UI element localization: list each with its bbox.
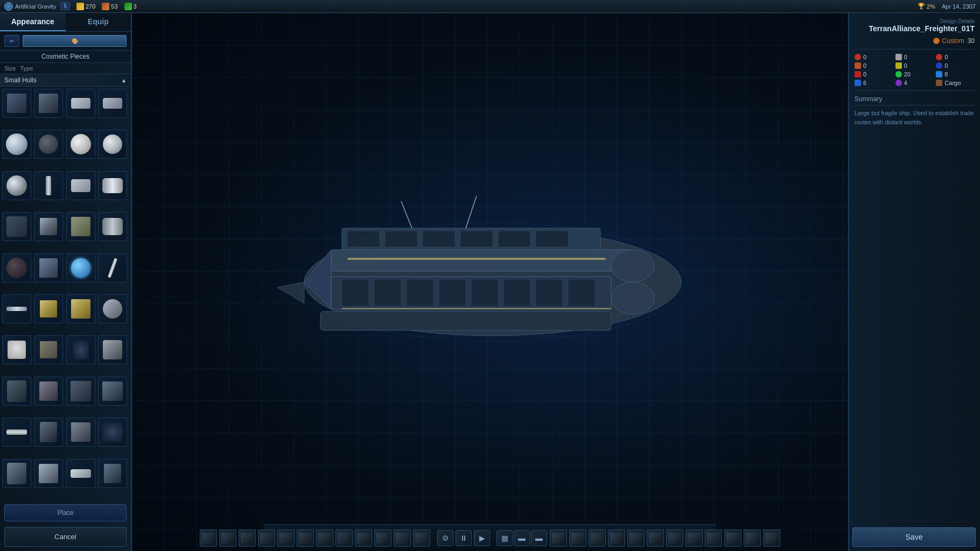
- piece-cell[interactable]: [2, 212, 31, 241]
- ship-svg: [223, 174, 708, 390]
- piece-cell[interactable]: [34, 377, 63, 406]
- game-title: Artificial Gravity: [15, 3, 56, 10]
- piece-cell[interactable]: [66, 294, 95, 323]
- svg-line-25: [401, 201, 412, 228]
- toolbar-thumb-r10[interactable]: [724, 529, 741, 547]
- piece-cell[interactable]: [66, 89, 95, 118]
- toolbar-thumb-r11[interactable]: [744, 529, 761, 547]
- brush-icon-btn[interactable]: ✏: [4, 35, 19, 47]
- cosmetic-label: Cosmetic Pieces: [0, 51, 131, 63]
- piece-cell[interactable]: [98, 89, 127, 118]
- topbar: Artificial Gravity 5 270 53 3 🏆 2% Apr 1…: [0, 0, 980, 13]
- toolbar-thumb-6[interactable]: [297, 529, 314, 547]
- toolbar-thumb-r12[interactable]: [763, 529, 780, 547]
- piece-cell[interactable]: [2, 418, 31, 447]
- palette-icon-btn[interactable]: 🎨: [23, 35, 127, 47]
- piece-cell[interactable]: [66, 253, 95, 282]
- piece-cell[interactable]: [2, 335, 31, 364]
- toolbar-thumb-1[interactable]: [200, 529, 217, 547]
- piece-cell[interactable]: [98, 418, 127, 447]
- piece-cell[interactable]: [98, 171, 127, 200]
- svg-rect-16: [536, 279, 563, 306]
- toolbar-thumb-r1[interactable]: [550, 529, 567, 547]
- piece-cell[interactable]: [34, 418, 63, 447]
- piece-cell[interactable]: [2, 377, 31, 406]
- toolbar-thumb-5[interactable]: [277, 529, 295, 547]
- piece-cell[interactable]: [2, 130, 31, 159]
- stat-item-4: 0: [895, 62, 934, 69]
- pause-control-btn[interactable]: ⏸: [456, 530, 472, 546]
- piece-cell[interactable]: [34, 212, 63, 241]
- piece-cell[interactable]: [98, 130, 127, 159]
- toolbar-thumb-r9[interactable]: [705, 529, 722, 547]
- piece-cell[interactable]: [66, 418, 95, 447]
- piece-cell[interactable]: [2, 459, 31, 488]
- piece-cell[interactable]: [2, 171, 31, 200]
- piece-cell[interactable]: [98, 377, 127, 406]
- svg-point-22: [611, 282, 654, 314]
- toolbar-thumb-7[interactable]: [316, 529, 333, 547]
- notification-badge: 5: [60, 2, 70, 10]
- cancel-button[interactable]: Cancel: [4, 527, 127, 547]
- stat-icon-cargo: [936, 80, 942, 86]
- stat-val-5: 0: [944, 62, 948, 69]
- play-control-btn[interactable]: ▶: [474, 530, 490, 546]
- stat-icon-blue2: [936, 71, 942, 77]
- compact-view-btn[interactable]: ▬: [531, 530, 547, 546]
- piece-cell[interactable]: [34, 171, 63, 200]
- toolbar-thumb-11[interactable]: [394, 529, 411, 547]
- piece-cell[interactable]: [98, 459, 127, 488]
- toolbar-thumb-r7[interactable]: [666, 529, 683, 547]
- svg-rect-24: [342, 308, 611, 309]
- piece-cell[interactable]: [2, 89, 31, 118]
- grid-view-btn[interactable]: ▦: [496, 530, 513, 546]
- place-button[interactable]: Place: [4, 504, 127, 521]
- tab-appearance[interactable]: Appearance: [0, 13, 66, 31]
- toolbar-thumb-4[interactable]: [258, 529, 275, 547]
- toolbar-thumb-r4[interactable]: [608, 529, 625, 547]
- piece-cell[interactable]: [98, 253, 127, 282]
- piece-cell[interactable]: [2, 253, 31, 282]
- toolbar-thumb-r3[interactable]: [589, 529, 606, 547]
- svg-rect-17: [568, 279, 595, 306]
- stat-icon-gray: [895, 54, 902, 60]
- category-header[interactable]: Small Hulls ▲: [0, 74, 131, 87]
- piece-cell[interactable]: [34, 89, 63, 118]
- piece-cell[interactable]: [34, 253, 63, 282]
- toolbar-thumb-2[interactable]: [219, 529, 236, 547]
- svg-rect-3: [347, 231, 380, 247]
- toolbar-thumb-10[interactable]: [374, 529, 391, 547]
- piece-cell[interactable]: [34, 130, 63, 159]
- toolbar-thumb-8[interactable]: [335, 529, 353, 547]
- piece-cell[interactable]: [66, 377, 95, 406]
- food-resource: 53: [102, 3, 117, 10]
- list-view-btn[interactable]: ▬: [514, 530, 530, 546]
- toolbar-thumb-r6[interactable]: [647, 529, 664, 547]
- toolbar-thumb-r5[interactable]: [627, 529, 645, 547]
- piece-cell[interactable]: [66, 212, 95, 241]
- piece-cell[interactable]: [34, 459, 63, 488]
- right-panel: Design Details TerranAlliance_Freighter_…: [848, 13, 980, 551]
- toolbar-thumb-12[interactable]: [413, 529, 430, 547]
- date-display: Apr 14, 2307: [942, 3, 976, 10]
- piece-cell[interactable]: [66, 171, 95, 200]
- piece-cell[interactable]: [66, 459, 95, 488]
- stat-val-2: 0: [944, 54, 948, 60]
- piece-cell[interactable]: [34, 335, 63, 364]
- piece-cell[interactable]: [66, 335, 95, 364]
- piece-cell[interactable]: [66, 130, 95, 159]
- toolbar-thumb-9[interactable]: [355, 529, 372, 547]
- piece-cell[interactable]: [98, 294, 127, 323]
- collapse-arrow-icon: ▲: [121, 77, 127, 83]
- settings-control-btn[interactable]: ⚙: [437, 530, 453, 546]
- tab-equip[interactable]: Equip: [66, 13, 131, 31]
- toolbar-thumb-3[interactable]: [239, 529, 256, 547]
- save-button[interactable]: Save: [852, 527, 976, 547]
- piece-cell[interactable]: [98, 335, 127, 364]
- svg-rect-12: [407, 279, 433, 306]
- piece-cell[interactable]: [2, 294, 31, 323]
- toolbar-thumb-r2[interactable]: [569, 529, 586, 547]
- toolbar-thumb-r8[interactable]: [685, 529, 703, 547]
- piece-cell[interactable]: [34, 294, 63, 323]
- piece-cell[interactable]: [98, 212, 127, 241]
